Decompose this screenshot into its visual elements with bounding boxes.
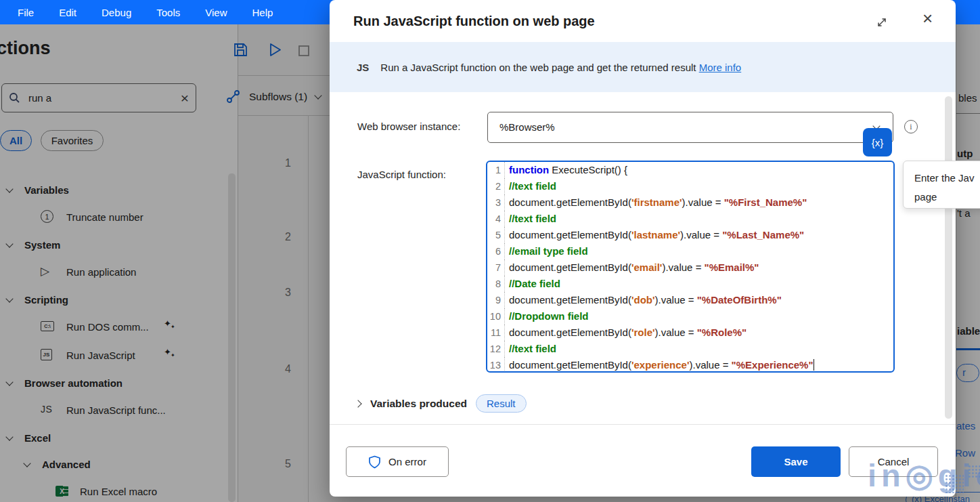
line-number: 11 — [487, 325, 505, 341]
code-line[interactable]: 3document.getElementById('firstname').va… — [487, 194, 893, 211]
play-outline-icon: ▷ — [41, 264, 49, 278]
sidebar-item-label: Truncate number — [66, 211, 143, 223]
sidebar-item-run-excel-macro[interactable]: XRun Excel macro — [0, 482, 223, 501]
variables-panel: bles utp 't a iable r ates Row — [956, 24, 980, 502]
javascript-code-editor[interactable]: 1function ExecuteScript() {2//text field… — [486, 161, 895, 373]
code-line[interactable]: 1function ExecuteScript() { — [487, 162, 893, 178]
flow-row-number: 3 — [269, 287, 291, 299]
sidebar-scrollbar[interactable] — [228, 173, 236, 502]
sidebar-group-scripting[interactable]: Scripting — [0, 290, 223, 309]
flow-row-number: 2 — [269, 231, 291, 243]
browser-instance-value: %Browser% — [499, 121, 555, 133]
chevron-down-icon — [5, 433, 13, 440]
subflows-icon — [226, 89, 241, 104]
sidebar-group-advanced[interactable]: Advanced — [0, 455, 223, 474]
shield-icon — [368, 455, 381, 469]
save-flow-icon[interactable] — [233, 42, 248, 60]
browser-instance-label: Web browser instance: — [357, 121, 460, 132]
javascript-function-label: JavaScript function: — [357, 169, 446, 180]
sidebar-item-label: Run JavaScript func... — [66, 404, 166, 416]
chevron-down-icon — [5, 185, 13, 192]
screen: FileEditDebugToolsViewHelp ctions × All … — [0, 0, 980, 502]
panel-fragment: utp — [957, 148, 973, 159]
sidebar-item-label: Run JavaScript — [66, 350, 135, 361]
actions-sidebar: ctions × All Favorites Variables1Truncat… — [0, 24, 238, 502]
code-line[interactable]: 8//Date field — [487, 276, 893, 292]
panel-fragment: 't a — [957, 207, 971, 219]
menu-view[interactable]: View — [205, 7, 227, 18]
code-line[interactable]: 9document.getElementById('dob').value = … — [487, 292, 893, 308]
code-line[interactable]: 2//text field — [487, 178, 893, 194]
menu-debug[interactable]: Debug — [102, 7, 131, 18]
variable-fragment[interactable]: Row — [955, 447, 975, 459]
panel-fragment: bles — [958, 92, 977, 104]
sidebar-item-run-javascript-func[interactable]: JSRun JavaScript func... — [0, 400, 223, 419]
sidebar-group-excel[interactable]: Excel — [0, 428, 223, 447]
line-number: 2 — [487, 178, 505, 194]
sidebar-item-label: Scripting — [24, 294, 68, 306]
variables-produced-label: Variables produced — [370, 398, 467, 410]
sidebar-item-truncate-number[interactable]: 1Truncate number — [0, 207, 223, 226]
sidebar-group-variables[interactable]: Variables — [0, 180, 223, 199]
banner-text: Run a JavaScript function on the web pag… — [380, 62, 741, 73]
circled-one-icon: 1 — [41, 210, 53, 223]
menu-tools[interactable]: Tools — [156, 7, 180, 18]
close-dialog-icon[interactable]: × — [922, 9, 933, 27]
sidebar-item-run-javascript[interactable]: JSRun JavaScript✦✦ — [0, 346, 223, 364]
cancel-button[interactable]: Cancel — [849, 446, 938, 477]
menu-file[interactable]: File — [18, 7, 34, 18]
line-number: 6 — [487, 243, 505, 259]
code-line[interactable]: 13document.getElementById('experience').… — [487, 357, 893, 373]
sidebar-item-label: Variables — [24, 184, 69, 196]
run-javascript-dialog: Run JavaScript function on web page × JS… — [330, 0, 956, 497]
sidebar-group-system[interactable]: System — [0, 235, 223, 254]
menu-help[interactable]: Help — [252, 7, 273, 18]
flow-row-number: 1 — [269, 157, 291, 169]
js-text-icon: JS — [41, 404, 52, 415]
run-flow-icon[interactable] — [267, 42, 283, 60]
chevron-down-icon — [5, 240, 13, 247]
line-number: 13 — [487, 357, 505, 373]
subflows-dropdown[interactable]: Subflows (1) — [226, 89, 321, 104]
on-error-button[interactable]: On error — [346, 446, 449, 477]
chevron-down-icon — [5, 378, 13, 385]
sidebar-group-browser-automation[interactable]: Browser automation — [0, 373, 223, 392]
variable-fragment[interactable]: ates — [956, 420, 975, 432]
code-line[interactable]: 5document.getElementById('lastname').val… — [487, 227, 893, 243]
code-line[interactable]: 11document.getElementById('role').value … — [487, 325, 893, 341]
excel-icon: X — [55, 486, 68, 497]
flow-row-number: 5 — [269, 458, 291, 470]
line-number: 5 — [487, 227, 505, 243]
sidebar-item-label: Advanced — [42, 459, 91, 470]
save-button[interactable]: Save — [751, 446, 841, 477]
chevron-down-icon — [314, 91, 321, 99]
code-line[interactable]: 10//Dropdown field — [487, 308, 893, 325]
code-line[interactable]: 7document.getElementById('email').value … — [487, 259, 893, 276]
code-line[interactable]: 6//email type field — [487, 243, 893, 259]
line-number: 7 — [487, 259, 505, 276]
code-line[interactable]: 4//text field — [487, 211, 893, 227]
line-number: 9 — [487, 292, 505, 308]
sidebar-item-label: Browser automation — [24, 377, 122, 389]
sidebar-item-run-dos-comm[interactable]: C:\Run DOS comm...✦✦ — [0, 317, 223, 336]
expand-dialog-icon[interactable] — [874, 15, 889, 30]
variables-produced-row[interactable]: Variables produced Result — [355, 394, 527, 413]
info-icon[interactable]: i — [904, 120, 918, 133]
sidebar-item-run-application[interactable]: ▷Run application — [0, 262, 223, 281]
stop-flow-icon[interactable] — [298, 45, 310, 60]
chevron-right-icon — [354, 400, 361, 407]
result-variable-badge[interactable]: Result — [476, 394, 527, 413]
js-box-icon: JS — [41, 349, 52, 360]
variable-picker-button[interactable]: {x} — [863, 128, 892, 156]
sparkle-icon: ✦✦ — [164, 318, 179, 333]
dialog-scrollbar[interactable] — [945, 96, 952, 419]
more-info-link[interactable]: More info — [699, 62, 742, 73]
menu-edit[interactable]: Edit — [59, 7, 76, 18]
subflows-label: Subflows (1) — [249, 91, 307, 103]
function-tooltip: Enter the Jav page — [903, 161, 980, 209]
code-line[interactable]: 12//text field — [487, 341, 893, 357]
chevron-down-icon — [5, 295, 13, 302]
variable-pill-fragment[interactable]: r — [956, 364, 979, 382]
action-description-banner: JS Run a JavaScript function on the web … — [330, 42, 956, 92]
browser-instance-combobox[interactable]: %Browser% — [487, 112, 893, 143]
